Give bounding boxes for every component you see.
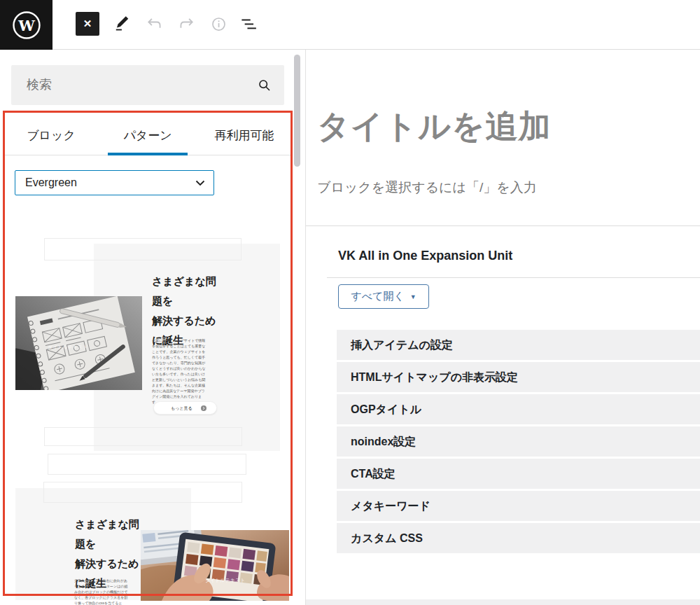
svg-text:W: W xyxy=(18,16,35,34)
selected-category-label: Evergreen xyxy=(25,176,77,189)
pattern2-photo-caption: タイトルテキスト xyxy=(205,578,245,583)
tab-patterns[interactable]: パターン xyxy=(99,116,196,155)
pattern2-photo-tablet[interactable]: タイトルテキスト xyxy=(141,530,289,601)
search-input[interactable] xyxy=(11,78,256,92)
info-icon xyxy=(210,15,227,33)
pencil-icon xyxy=(113,15,132,33)
editor-top-bar: W ✕ xyxy=(0,0,700,50)
pattern2-spacer-box-b xyxy=(43,482,242,503)
section-meta-keywords[interactable]: メタキーワード xyxy=(337,491,700,521)
sidebar-scrollbar[interactable] xyxy=(294,55,300,167)
pattern1-photo-caption: タイトルテキスト xyxy=(48,345,88,350)
editor-canvas: タイトルを追加 ブロックを選択するには「/」を入力 VK All in One … xyxy=(306,50,700,599)
section-html-sitemap[interactable]: HTMLサイトマップの非表示設定 xyxy=(337,362,700,392)
metabox-title: VK All in One Expansion Unit xyxy=(338,246,512,265)
tab-reusable[interactable]: 再利用可能 xyxy=(196,116,293,155)
undo-icon xyxy=(146,15,164,33)
close-icon: ✕ xyxy=(83,18,92,30)
wordpress-logo-button[interactable]: W xyxy=(0,0,52,50)
section-cta[interactable]: CTA設定 xyxy=(337,459,700,489)
pattern1-photo-notebook[interactable]: タイトルテキスト xyxy=(15,296,142,390)
tab-blocks[interactable]: ブロック xyxy=(3,116,99,155)
section-ogp-title[interactable]: OGPタイトル xyxy=(337,394,700,424)
metabox-title-divider xyxy=(327,277,700,278)
metabox-separator xyxy=(306,225,700,226)
list-view-button[interactable] xyxy=(239,15,258,33)
pattern1-body-text[interactable]: 企業にとってウェブサイトで情報を発信をすることはとても重要なことです。企業のウェ… xyxy=(152,338,208,402)
section-insert-items[interactable]: 挿入アイテムの設定 xyxy=(337,330,700,360)
inserter-sidebar: ブロック パターン 再利用可能 Evergreen xyxy=(0,50,306,605)
undo-button[interactable] xyxy=(145,15,164,33)
block-appender-placeholder[interactable]: ブロックを選択するには「/」を入力 xyxy=(317,179,537,197)
inserter-tabs: ブロック パターン 再利用可能 xyxy=(3,116,293,155)
list-view-icon xyxy=(239,15,258,34)
arrow-circle-icon xyxy=(201,405,206,411)
post-title-input[interactable]: タイトルを追加 xyxy=(317,106,551,146)
section-custom-css[interactable]: カスタム CSS xyxy=(337,523,700,553)
expand-all-button[interactable]: すべて開く ▼ xyxy=(338,284,429,309)
pattern-search-box xyxy=(11,65,284,105)
edit-mode-button[interactable] xyxy=(113,15,132,33)
section-noindex[interactable]: noindex設定 xyxy=(337,426,700,457)
chevron-down-icon xyxy=(195,180,205,186)
caret-down-icon: ▼ xyxy=(410,293,416,300)
close-inserter-button[interactable]: ✕ xyxy=(76,12,99,36)
pattern-category-select[interactable]: Evergreen xyxy=(15,170,214,195)
wordpress-logo-icon: W xyxy=(12,11,41,40)
pattern2-spacer-box-a xyxy=(48,454,246,475)
pattern1-bottom-spacer-box xyxy=(44,427,242,446)
search-icon xyxy=(256,77,273,94)
redo-icon xyxy=(177,15,195,33)
pattern1-more-button[interactable]: もっと見る xyxy=(153,401,217,415)
redo-button[interactable] xyxy=(176,15,196,33)
pattern1-spacer-box xyxy=(44,238,241,260)
pattern2-body-text[interactable]: 文章入力エリアの左右に余白があります。ブロックパターンはの組み合わせはブロックの… xyxy=(74,578,130,605)
info-button[interactable] xyxy=(209,15,228,33)
